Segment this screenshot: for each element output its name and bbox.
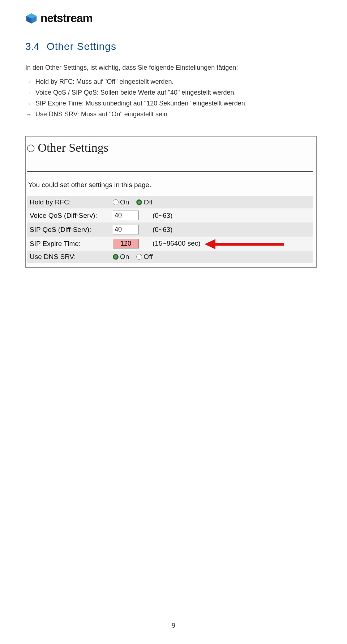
section-number: 3.4 (25, 41, 39, 52)
brand-header: netstream (25, 12, 322, 25)
use-dns-srv-radios: On Off (113, 253, 310, 261)
hold-by-rfc-on-option[interactable]: On (113, 198, 129, 206)
bullet-item: → Voice QoS / SIP QoS: Sollen beide Wert… (25, 89, 322, 97)
sip-expire-hint: (15~86400 sec) (150, 237, 313, 251)
section-title: Other Settings (47, 41, 116, 52)
arrow-right-icon: → (25, 111, 32, 118)
bullet-item: → Use DNS SRV: Muss auf "On" eingestellt… (25, 111, 322, 118)
voice-qos-input[interactable] (113, 211, 139, 220)
brand-name: netstream (40, 12, 93, 25)
table-row: SIP QoS (Diff-Serv): (0~63) (27, 222, 313, 237)
radio-label-on: On (120, 198, 129, 206)
arrow-right-icon: → (25, 100, 32, 108)
settings-table: Hold by RFC: On Off Voice QoS (Diff-Serv… (27, 196, 313, 263)
radio-label-off: Off (143, 253, 153, 261)
table-row: SIP Expire Time: (15~86400 sec) (27, 237, 313, 251)
netstream-logo-icon (25, 12, 38, 25)
section-heading: 3.4 Other Settings (25, 41, 322, 52)
bullet-item: → Hold by RFC: Muss auf "Off" eingestell… (25, 78, 322, 86)
use-dns-srv-off-radio[interactable] (136, 254, 142, 260)
voice-qos-label: Voice QoS (Diff-Serv): (27, 208, 110, 222)
section-body: 3.4 Other Settings In den Other Settings… (25, 41, 322, 118)
radio-label-on: On (120, 253, 129, 261)
bullet-text: Use DNS SRV: Muss auf "On" eingestellt s… (35, 111, 167, 118)
table-row: Hold by RFC: On Off (27, 196, 313, 208)
page-number: 9 (0, 622, 347, 630)
use-dns-srv-off-option[interactable]: Off (136, 253, 153, 261)
bullet-text: Hold by RFC: Muss auf "Off" eingestellt … (35, 78, 174, 86)
sip-expire-hint-text: (15~86400 sec) (153, 239, 201, 247)
panel-title: Other Settings (38, 141, 108, 155)
use-dns-srv-on-radio[interactable] (113, 254, 119, 260)
other-settings-panel: ◯ Other Settings You could set other set… (25, 136, 317, 268)
arrow-head-icon (205, 239, 215, 249)
panel-desc: You could set other settings in this pag… (28, 181, 311, 189)
sip-qos-input[interactable] (113, 225, 139, 234)
hold-by-rfc-off-radio[interactable] (136, 199, 142, 205)
panel-divider (27, 171, 313, 172)
section-intro: In den Other Settings, ist wichtig, dass… (25, 64, 322, 72)
red-arrow-icon (205, 240, 284, 248)
bullet-text: SIP Expire Time: Muss unbedingt auf "120… (35, 100, 247, 107)
arrow-shaft-icon (215, 243, 284, 246)
sip-expire-label: SIP Expire Time: (27, 237, 110, 251)
bullet-item: → SIP Expire Time: Muss unbedingt auf "1… (25, 100, 322, 108)
arrow-right-icon: → (25, 78, 32, 86)
hold-by-rfc-label: Hold by RFC: (27, 196, 110, 208)
hold-by-rfc-on-radio[interactable] (113, 199, 119, 205)
radio-label-off: Off (143, 198, 153, 206)
radio-icon: ◯ (27, 143, 35, 152)
bullet-text: Voice QoS / SIP QoS: Sollen beide Werte … (35, 89, 236, 96)
use-dns-srv-label: Use DNS SRV: (27, 251, 110, 263)
sip-expire-input[interactable] (113, 239, 139, 248)
table-row: Use DNS SRV: On Off (27, 251, 313, 263)
hold-by-rfc-radios: On Off (113, 198, 310, 206)
hold-by-rfc-off-option[interactable]: Off (136, 198, 153, 206)
sip-qos-label: SIP QoS (Diff-Serv): (27, 222, 110, 237)
voice-qos-hint: (0~63) (150, 208, 313, 222)
bullet-list: → Hold by RFC: Muss auf "Off" eingestell… (25, 78, 322, 118)
arrow-right-icon: → (25, 89, 32, 97)
table-row: Voice QoS (Diff-Serv): (0~63) (27, 208, 313, 222)
sip-qos-hint: (0~63) (150, 222, 313, 237)
use-dns-srv-on-option[interactable]: On (113, 253, 129, 261)
